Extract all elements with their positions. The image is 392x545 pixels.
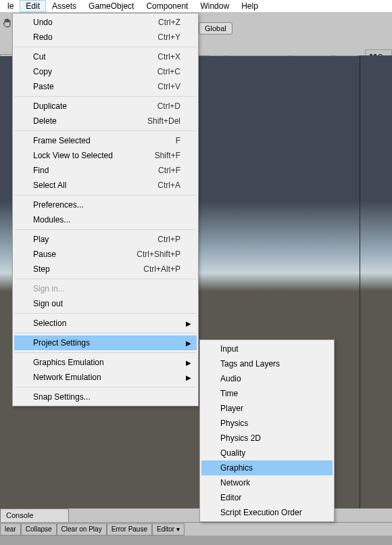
menu-label: Graphics Emulation	[33, 358, 180, 367]
menu-shortcut: Ctrl+P	[157, 235, 180, 244]
submenu-item-graphics[interactable]: Graphics	[201, 460, 333, 475]
menu-item-duplicate[interactable]: DuplicateCtrl+D	[14, 99, 197, 114]
menu-label: Tags and Layers	[220, 359, 316, 369]
submenu-item-player[interactable]: Player	[201, 401, 333, 416]
submenu-item-network[interactable]: Network	[201, 475, 333, 490]
menu-label: Redo	[33, 32, 157, 42]
console-button-collapse[interactable]: Collapse	[21, 523, 57, 536]
menu-shortcut: Shift+Del	[147, 116, 180, 126]
menu-label: Sign in...	[33, 284, 180, 293]
menu-item-select-all[interactable]: Select AllCtrl+A	[14, 178, 197, 193]
menu-label: Play	[33, 235, 157, 244]
menu-item-selection[interactable]: Selection▶	[14, 316, 197, 331]
menu-label: Player	[220, 404, 316, 413]
menu-item-preferences[interactable]: Preferences...	[14, 197, 197, 212]
menu-shortcut: Ctrl+X	[157, 52, 180, 62]
menubar: leEditAssetsGameObjectComponentWindowHel…	[0, 0, 392, 13]
menu-label: Lock View to Selected	[33, 151, 155, 160]
menu-item-redo[interactable]: RedoCtrl+Y	[14, 30, 197, 45]
menu-label: Physics	[220, 419, 316, 428]
menu-item-lock-view-to-selected[interactable]: Lock View to SelectedShift+F	[14, 148, 197, 163]
global-button[interactable]: Global	[199, 22, 232, 34]
console-button-editor[interactable]: Editor ▾	[152, 523, 185, 536]
menubar-item-window[interactable]: Window	[194, 0, 235, 12]
console-button-lear[interactable]: lear	[0, 523, 21, 536]
menu-item-graphics-emulation[interactable]: Graphics Emulation▶	[14, 355, 197, 370]
submenu-item-time[interactable]: Time	[201, 386, 333, 401]
menu-item-sign-out[interactable]: Sign out	[14, 296, 197, 311]
menubar-item-edit[interactable]: Edit	[20, 0, 46, 12]
project-settings-submenu: InputTags and LayersAudioTimePlayerPhysi…	[199, 339, 335, 522]
menu-item-modules[interactable]: Modules...	[14, 212, 197, 227]
menu-label: Physics 2D	[220, 433, 316, 443]
menu-label: Project Settings	[33, 338, 180, 348]
submenu-item-editor[interactable]: Editor	[201, 490, 333, 505]
chevron-right-icon: ▶	[186, 320, 191, 327]
submenu-item-tags-and-layers[interactable]: Tags and Layers	[201, 356, 333, 371]
menu-label: Delete	[33, 116, 147, 126]
chevron-right-icon: ▶	[186, 359, 191, 366]
menu-item-snap-settings[interactable]: Snap Settings...	[14, 389, 197, 404]
status-bar	[0, 536, 392, 545]
menu-item-project-settings[interactable]: Project Settings▶	[14, 335, 197, 350]
menu-separator	[15, 47, 196, 47]
menu-label: Cut	[33, 52, 157, 62]
console-tab-label: Console	[6, 511, 33, 519]
submenu-item-audio[interactable]: Audio	[201, 371, 333, 386]
menu-shortcut: Ctrl+A	[157, 181, 180, 190]
submenu-item-physics-2d[interactable]: Physics 2D	[201, 431, 333, 446]
menu-label: Editor	[220, 493, 316, 502]
submenu-item-input[interactable]: Input	[201, 341, 333, 356]
menu-item-delete[interactable]: DeleteShift+Del	[14, 114, 197, 128]
menu-item-network-emulation[interactable]: Network Emulation▶	[14, 370, 197, 385]
menubar-item-gameobject[interactable]: GameObject	[82, 0, 140, 12]
chevron-right-icon: ▶	[186, 339, 191, 347]
console-button-error-pause[interactable]: Error Pause	[107, 523, 152, 536]
menu-label: Pause	[33, 250, 137, 259]
menu-item-sign-in: Sign in...	[14, 281, 197, 296]
menu-separator	[15, 131, 196, 131]
menu-separator	[15, 96, 196, 97]
menu-item-paste[interactable]: PasteCtrl+V	[14, 79, 197, 94]
menu-item-step[interactable]: StepCtrl+Alt+P	[14, 262, 197, 277]
menu-label: Script Execution Order	[220, 508, 316, 517]
menubar-item-component[interactable]: Component	[140, 0, 194, 12]
menu-item-play[interactable]: PlayCtrl+P	[14, 232, 197, 247]
menu-label: Find	[33, 166, 158, 175]
menu-shortcut: F	[176, 136, 180, 145]
menu-label: Network	[220, 478, 316, 488]
menu-label: Time	[220, 389, 316, 398]
menu-label: Step	[33, 264, 143, 274]
menu-label: Audio	[220, 374, 316, 383]
menu-item-pause[interactable]: PauseCtrl+Shift+P	[14, 247, 197, 262]
menu-shortcut: Ctrl+V	[157, 82, 180, 91]
menu-separator	[15, 333, 196, 333]
submenu-item-physics[interactable]: Physics	[201, 416, 333, 431]
menu-item-undo[interactable]: UndoCtrl+Z	[14, 15, 197, 30]
console-tab[interactable]: Console	[0, 508, 69, 522]
menubar-item-assets[interactable]: Assets	[46, 0, 82, 12]
submenu-item-quality[interactable]: Quality	[201, 446, 333, 460]
menu-label: Snap Settings...	[33, 392, 180, 402]
menu-label: Paste	[33, 82, 157, 91]
menubar-item-le[interactable]: le	[1, 0, 20, 12]
menu-shortcut: Shift+F	[155, 151, 180, 160]
menu-separator	[15, 313, 196, 314]
console-toolbar: learCollapseClear on PlayError PauseEdit…	[0, 522, 392, 536]
scene-viewport-fragment[interactable]	[360, 55, 392, 508]
menu-separator	[15, 352, 196, 353]
menu-separator	[15, 387, 196, 387]
menu-item-find[interactable]: FindCtrl+F	[14, 163, 197, 178]
console-button-clear-on-play[interactable]: Clear on Play	[57, 523, 107, 536]
menu-shortcut: Ctrl+C	[157, 67, 180, 76]
menu-label: Undo	[33, 18, 158, 27]
submenu-item-script-execution-order[interactable]: Script Execution Order	[201, 505, 333, 520]
menu-item-frame-selected[interactable]: Frame SelectedF	[14, 133, 197, 148]
menu-shortcut: Ctrl+Shift+P	[137, 250, 180, 259]
menubar-item-help[interactable]: Help	[235, 0, 264, 12]
menu-item-copy[interactable]: CopyCtrl+C	[14, 64, 197, 79]
menu-shortcut: Ctrl+D	[157, 101, 180, 111]
menu-item-cut[interactable]: CutCtrl+X	[14, 49, 197, 64]
menu-shortcut: Ctrl+Z	[158, 18, 180, 27]
menu-label: Quality	[220, 448, 316, 458]
